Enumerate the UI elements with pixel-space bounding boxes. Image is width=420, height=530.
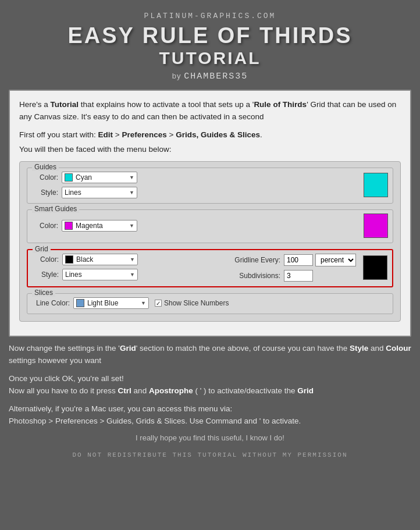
preferences-bold: Preferences [122, 130, 166, 139]
guides-swatch-container [210, 173, 388, 197]
grid-swatch-large [363, 255, 387, 280]
guides-color-row: Color: Cyan ▼ [32, 172, 210, 183]
page-wrapper: PLATINUM-GRAPHICS.COM EASY RULE OF THIRD… [0, 0, 420, 530]
show-numbers-group: ✓ Show Slice Numbers [155, 299, 229, 307]
guides-color-select[interactable]: Cyan ▼ [62, 172, 137, 183]
smart-color-label: Color: [32, 222, 58, 230]
smart-color-arrow: ▼ [129, 223, 134, 229]
grid-color-value: Black [76, 255, 127, 264]
smart-guides-swatch-container [210, 214, 388, 238]
guides-style-value: Lines [65, 188, 127, 197]
grid-style-row: Style: Lines ▼ [33, 269, 234, 280]
content-area: Here's a Tutorial that explains how to a… [9, 90, 411, 337]
guides-color-swatch-large [364, 173, 388, 197]
intro-paragraph-1: Here's a Tutorial that explains how to a… [19, 99, 401, 123]
grid-style-select[interactable]: Lines ▼ [62, 269, 138, 280]
grid-right: Gridline Every: percent Subdivisions: [234, 254, 356, 282]
guides-section-label: Guides [32, 163, 59, 171]
guides-color-label: Color: [32, 173, 58, 182]
para-grid-instruction: Now change the settings in the 'Grid' se… [9, 343, 411, 367]
colour-bold: Colour [386, 344, 411, 353]
grid-color-select[interactable]: Black ▼ [62, 254, 138, 265]
guides-section: Guides Color: Cyan ▼ Style: [27, 168, 393, 204]
rot-bold: Rule of Thirds [254, 100, 307, 109]
smart-guides-left: Color: Magenta ▼ [32, 220, 210, 232]
site-name: PLATINUM-GRAPHICS.COM [9, 12, 411, 20]
header: PLATINUM-GRAPHICS.COM EASY RULE OF THIRD… [9, 6, 411, 86]
smart-guides-color-row: Color: Magenta ▼ [32, 220, 210, 232]
guides-color-value: Cyan [76, 173, 127, 182]
apostrophe-bold: Apostrophe [149, 386, 193, 395]
grid-color-label: Color: [33, 255, 59, 264]
grid-section: Grid Color: Black ▼ Style: [27, 249, 393, 287]
black-swatch-small [65, 255, 73, 264]
subdivisions-label: Subdivisions: [234, 272, 280, 280]
guides-style-select[interactable]: Lines ▼ [62, 187, 137, 198]
grid-style-value: Lines [65, 271, 127, 279]
slices-section-label: Slices [32, 289, 55, 297]
body-text-area: Now change the settings in the 'Grid' se… [9, 343, 411, 458]
face-menu-text: You will then be faced with the menu bel… [19, 144, 401, 156]
tutorial-bold: Tutorial [51, 100, 79, 109]
smart-guides-section: Smart Guides Color: Magenta ▼ [27, 209, 393, 243]
para-ok-set: Once you click OK, you're all set! Now a… [9, 373, 411, 397]
grid-color-row: Color: Black ▼ [33, 254, 234, 265]
guides-color-arrow: ▼ [129, 175, 134, 180]
smart-guides-swatch-large [364, 214, 388, 238]
gridline-unit-select[interactable]: percent [315, 254, 356, 266]
footer-notice: DO NOT REDISTRIBUTE THIS TUTORIAL WITHOU… [9, 448, 411, 458]
grid-style-label: Style: [33, 271, 59, 279]
guides-left-col: Color: Cyan ▼ Style: Lines ▼ [32, 172, 210, 198]
show-numbers-label: Show Slice Numbers [164, 299, 229, 307]
subdivisions-row: Subdivisions: [234, 270, 356, 282]
grid-style-arrow: ▼ [130, 272, 135, 278]
guides-style-arrow: ▼ [129, 190, 134, 195]
smart-guides-label: Smart Guides [32, 205, 79, 213]
line-color-arrow: ▼ [141, 300, 146, 306]
show-numbers-checkbox[interactable]: ✓ [155, 300, 162, 307]
guides-style-row: Style: Lines ▼ [32, 187, 210, 198]
slices-row: Line Color: Light Blue ▼ ✓ Show Slice Nu… [32, 297, 388, 309]
main-title: EASY RULE OF THIRDS [9, 24, 411, 48]
line-color-select[interactable]: Light Blue ▼ [73, 297, 149, 309]
gridline-row: Gridline Every: percent [234, 254, 356, 266]
grid-color-arrow: ▼ [130, 257, 135, 262]
grid-bold2: Grid [297, 386, 314, 395]
magenta-swatch-small [65, 222, 73, 230]
line-color-value: Light Blue [87, 299, 138, 307]
subtitle: TUTORIAL [9, 48, 411, 68]
grids-bold: Grids, Guides & Slices [176, 130, 260, 139]
grid-swatch-container [363, 255, 387, 280]
gridline-input[interactable] [284, 254, 313, 266]
by-author: by CHAMBERS35 [9, 72, 411, 81]
grid-bold: Grid [120, 344, 136, 353]
lightblue-swatch-small [76, 299, 84, 307]
guides-style-label: Style: [32, 188, 58, 197]
grid-section-label: Grid [33, 245, 51, 253]
author-name: CHAMBERS35 [184, 72, 248, 81]
para-mac-user: Alternatively, if you're a Mac user, you… [9, 403, 411, 428]
footer-message: I really hope you find this useful, I kn… [9, 433, 411, 442]
slices-section: Slices Line Color: Light Blue ▼ ✓ Show S… [27, 293, 393, 314]
grid-left: Color: Black ▼ Style: Lines ▼ [33, 254, 234, 280]
cyan-swatch-small [65, 173, 73, 182]
subdivisions-input[interactable] [284, 270, 313, 282]
style-bold: Style [350, 344, 368, 353]
ps-dialog: Guides Color: Cyan ▼ Style: [19, 161, 401, 322]
smart-color-value: Magenta [76, 222, 127, 230]
smart-color-select[interactable]: Magenta ▼ [62, 220, 137, 232]
gridline-label: Gridline Every: [234, 256, 280, 264]
ctrl-bold: Ctrl [118, 386, 131, 395]
path-paragraph: First off you start with: Edit > Prefere… [19, 129, 401, 141]
edit-bold: Edit [98, 130, 113, 139]
by-label: by [172, 72, 181, 80]
line-color-label: Line Color: [32, 299, 70, 307]
